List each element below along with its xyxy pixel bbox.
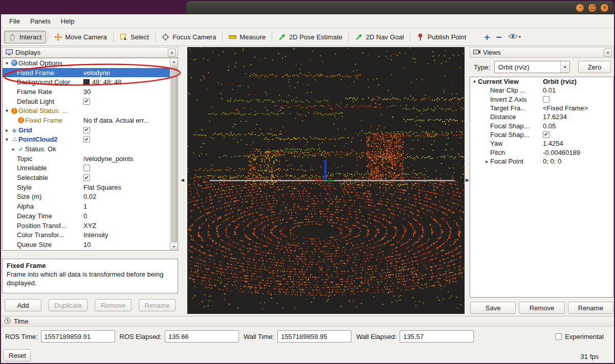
property-value[interactable]: XYZ	[83, 221, 96, 231]
tool-select[interactable]: Select	[115, 31, 153, 43]
ros-elapsed-input[interactable]: 135.66	[165, 330, 239, 343]
tree-row-focal-shap[interactable]: Focal Shap...✔	[470, 130, 613, 139]
tree-row-unreliable[interactable]: Unreliable	[3, 164, 170, 173]
remove-tool-icon[interactable]: −	[496, 32, 501, 42]
expander-down-icon[interactable]: ▾	[4, 108, 10, 113]
checkbox[interactable]	[83, 165, 90, 171]
property-value[interactable]: No tf data. Actual err...	[83, 116, 149, 125]
views-panel-header[interactable]: Views ×	[470, 47, 614, 58]
tree-row-grid[interactable]: ▸◈Grid✔	[3, 125, 170, 135]
property-value[interactable]: 30	[83, 87, 91, 97]
tree-row-pointcloud2[interactable]: ▾∴PointCloud2✔	[3, 135, 170, 145]
tree-row-frame-rate[interactable]: Frame Rate30	[3, 87, 170, 97]
close-icon[interactable]: ×	[168, 49, 176, 57]
tree-row-target-fra[interactable]: Target Fra...<Fixed Frame>	[470, 104, 613, 112]
expander-down-icon[interactable]: ▾	[4, 136, 10, 142]
view-type-select[interactable]: Orbit (rviz) ▾	[494, 61, 570, 73]
tree-row-default-light[interactable]: Default Light✔	[3, 97, 170, 106]
menu-panels[interactable]: Panels	[25, 16, 56, 27]
property-value[interactable]: 0.02	[83, 192, 96, 202]
tool-focus-camera[interactable]: Focus Camera	[157, 31, 221, 43]
minimize-button[interactable]: –	[576, 4, 584, 12]
expander-down-icon[interactable]: ▾	[471, 79, 478, 84]
checkbox[interactable]: ✔	[543, 131, 550, 138]
remove-button[interactable]: Remove	[519, 302, 564, 314]
property-value[interactable]: /velodyne_points	[83, 154, 134, 164]
scrollbar-thumb[interactable]	[171, 66, 177, 242]
property-value[interactable]: ✔	[83, 135, 90, 145]
menu-help[interactable]: Help	[56, 16, 80, 27]
tree-row-style[interactable]: StyleFlat Squares	[3, 183, 170, 192]
save-button[interactable]: Save	[470, 302, 516, 314]
experimental-toggle[interactable]: Experimental	[555, 333, 610, 340]
tree-row-background-color[interactable]: Background Color48; 48; 48	[3, 77, 170, 87]
tree-row-global-status[interactable]: ▾!Global Status: ...	[3, 106, 170, 116]
wall-time-input[interactable]: 1557189859.95	[277, 330, 352, 343]
remove-button[interactable]: Remove	[95, 299, 131, 311]
checkbox[interactable]: ✔	[83, 136, 90, 143]
pointcloud-canvas[interactable]	[187, 47, 465, 314]
tool-visibility-dropdown[interactable]: ▾	[508, 33, 521, 41]
chevron-down-icon[interactable]: ▾	[560, 61, 569, 73]
tree-row-fixed-frame[interactable]: !Fixed FrameNo tf data. Actual err...	[3, 116, 170, 125]
tree-row-color-transfor[interactable]: Color Transfor...Intensity	[3, 230, 170, 240]
tree-row-fixed-frame[interactable]: Fixed Framevelodyne	[3, 68, 170, 78]
duplicate-button[interactable]: Duplicate	[49, 299, 87, 311]
rename-button[interactable]: Rename	[139, 299, 175, 311]
displays-scrollbar[interactable]: ▲ ▼	[170, 58, 178, 250]
tree-row-yaw[interactable]: Yaw1.4254	[470, 139, 613, 148]
add-button[interactable]: Add	[5, 299, 41, 311]
tool-move-camera[interactable]: Move Camera	[50, 31, 112, 43]
tree-row-distance[interactable]: Distance17.6234	[470, 112, 613, 121]
property-value[interactable]	[543, 95, 550, 104]
property-value[interactable]: ✔	[543, 130, 550, 139]
tree-row-pitch[interactable]: Pitch-0.00460189	[470, 148, 613, 156]
titlebar-bar[interactable]: –▢×	[186, 1, 614, 14]
property-value[interactable]: ✔	[83, 97, 90, 106]
scroll-up-icon[interactable]: ▲	[170, 58, 178, 65]
checkbox[interactable]: ✔	[83, 98, 90, 105]
close-button[interactable]: ×	[600, 4, 609, 12]
tree-row-current-view[interactable]: ▾Current ViewOrbit (rviz)	[470, 77, 613, 86]
wall-elapsed-input[interactable]: 135.57	[400, 330, 474, 343]
maximize-button[interactable]: ▢	[588, 4, 597, 12]
property-value[interactable]: 0.01	[543, 86, 556, 95]
time-panel-header[interactable]: Time	[1, 316, 614, 327]
property-value[interactable]: 10	[83, 240, 91, 249]
property-value[interactable]: Intensity	[83, 230, 108, 240]
checkbox[interactable]: ✔	[83, 174, 90, 181]
tree-row-near-clip[interactable]: Near Clip ...0.01	[470, 86, 613, 95]
tree-row-position-transf[interactable]: Position Transf...XYZ	[3, 221, 170, 231]
property-value[interactable]: 48; 48; 48	[83, 77, 122, 87]
checkbox[interactable]: ✔	[83, 127, 90, 133]
tool-measure[interactable]: Measure	[224, 31, 270, 43]
expander-right-icon[interactable]: ▸	[4, 127, 10, 133]
property-value[interactable]: 1	[83, 201, 87, 211]
property-value[interactable]: ✔	[83, 173, 90, 183]
tree-row-selectable[interactable]: Selectable✔	[3, 173, 170, 183]
property-value[interactable]: 1.4254	[543, 139, 563, 148]
expander-right-icon[interactable]: ▸	[10, 146, 17, 152]
close-icon[interactable]: ×	[604, 49, 612, 57]
checkbox[interactable]	[543, 96, 550, 103]
tool-2d-nav-goal[interactable]: 2D Nav Goal	[350, 31, 408, 43]
ros-time-input[interactable]: 1557189859.91	[41, 330, 115, 343]
reset-button[interactable]: Reset	[3, 349, 31, 361]
render-viewport[interactable]	[187, 47, 465, 314]
collapse-right-icon[interactable]: ▶	[466, 177, 469, 183]
property-value[interactable]: 0	[83, 211, 87, 221]
tree-row-size-m[interactable]: Size (m)0.02	[3, 192, 170, 202]
rename-button[interactable]: Rename	[568, 302, 613, 314]
tool-publish-point[interactable]: Publish Point	[412, 31, 471, 43]
tool-2d-pose-estimate[interactable]: 2D Pose Estimate	[274, 31, 347, 43]
property-value[interactable]: Orbit (rviz)	[543, 77, 577, 86]
tree-row-invert-z-axis[interactable]: Invert Z Axis	[470, 95, 613, 104]
tree-row-global-options[interactable]: ▾Global Options	[3, 58, 170, 68]
tree-row-focal-shap[interactable]: Focal Shap...0.05	[470, 121, 613, 130]
collapse-left-icon[interactable]: ◀	[181, 177, 184, 183]
scroll-down-icon[interactable]: ▼	[170, 243, 178, 250]
expander-down-icon[interactable]: ▾	[4, 60, 10, 66]
property-value[interactable]: 0.05	[543, 121, 556, 130]
property-value[interactable]: <Fixed Frame>	[543, 104, 588, 112]
experimental-checkbox[interactable]	[555, 333, 562, 340]
